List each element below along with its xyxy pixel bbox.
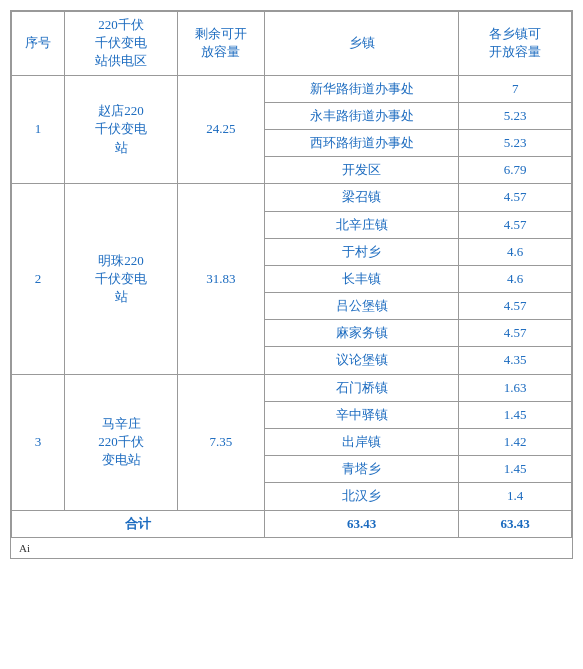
town-cell: 于村乡 [264, 238, 459, 265]
footer-note: Ai [11, 538, 572, 558]
town-cell: 西环路街道办事处 [264, 129, 459, 156]
town-cell: 长丰镇 [264, 265, 459, 292]
town-cell: 吕公堡镇 [264, 293, 459, 320]
town-cell: 辛中驿镇 [264, 401, 459, 428]
seq-cell: 3 [12, 374, 65, 510]
town-capacity-cell: 6.79 [459, 157, 572, 184]
remaining-cell: 24.25 [177, 75, 264, 184]
total-row: 合计63.4363.43 [12, 510, 572, 537]
town-capacity-cell: 4.57 [459, 211, 572, 238]
town-capacity-cell: 4.57 [459, 320, 572, 347]
town-cell: 出岸镇 [264, 429, 459, 456]
town-capacity-cell: 5.23 [459, 102, 572, 129]
station-cell: 马辛庄 220千伏 变电站 [65, 374, 178, 510]
remaining-cell: 7.35 [177, 374, 264, 510]
header-town: 乡镇 [264, 12, 459, 76]
header-town-capacity: 各乡镇可 开放容量 [459, 12, 572, 76]
town-capacity-cell: 4.57 [459, 293, 572, 320]
town-cell: 麻家务镇 [264, 320, 459, 347]
town-cell: 开发区 [264, 157, 459, 184]
total-label: 合计 [12, 510, 265, 537]
town-cell: 北汉乡 [264, 483, 459, 510]
town-cell: 永丰路街道办事处 [264, 102, 459, 129]
town-capacity-cell: 1.45 [459, 456, 572, 483]
seq-cell: 2 [12, 184, 65, 374]
seq-cell: 1 [12, 75, 65, 184]
town-capacity-cell: 7 [459, 75, 572, 102]
header-row: 序号 220千伏 千伏变电 站供电区 剩余可开 放容量 乡镇 各乡镇可 开放容量 [12, 12, 572, 76]
town-cell: 新华路街道办事处 [264, 75, 459, 102]
town-capacity-cell: 1.45 [459, 401, 572, 428]
town-capacity-cell: 5.23 [459, 129, 572, 156]
town-cell: 青塔乡 [264, 456, 459, 483]
town-capacity-cell: 1.4 [459, 483, 572, 510]
town-cell: 议论堡镇 [264, 347, 459, 374]
header-station: 220千伏 千伏变电 站供电区 [65, 12, 178, 76]
header-remaining: 剩余可开 放容量 [177, 12, 264, 76]
town-cell: 石门桥镇 [264, 374, 459, 401]
table-row: 2明珠220 千伏变电 站31.83梁召镇4.57 [12, 184, 572, 211]
total-town-capacity: 63.43 [459, 510, 572, 537]
remaining-cell: 31.83 [177, 184, 264, 374]
power-table: 序号 220千伏 千伏变电 站供电区 剩余可开 放容量 乡镇 各乡镇可 开放容量… [11, 11, 572, 538]
header-seq: 序号 [12, 12, 65, 76]
town-capacity-cell: 4.6 [459, 238, 572, 265]
town-capacity-cell: 1.63 [459, 374, 572, 401]
main-table-wrapper: 序号 220千伏 千伏变电 站供电区 剩余可开 放容量 乡镇 各乡镇可 开放容量… [10, 10, 573, 559]
station-cell: 明珠220 千伏变电 站 [65, 184, 178, 374]
station-cell: 赵店220 千伏变电 站 [65, 75, 178, 184]
table-row: 1赵店220 千伏变电 站24.25新华路街道办事处7 [12, 75, 572, 102]
town-capacity-cell: 4.6 [459, 265, 572, 292]
town-capacity-cell: 4.57 [459, 184, 572, 211]
town-capacity-cell: 4.35 [459, 347, 572, 374]
total-remaining: 63.43 [264, 510, 459, 537]
table-row: 3马辛庄 220千伏 变电站7.35石门桥镇1.63 [12, 374, 572, 401]
town-cell: 北辛庄镇 [264, 211, 459, 238]
town-capacity-cell: 1.42 [459, 429, 572, 456]
town-cell: 梁召镇 [264, 184, 459, 211]
